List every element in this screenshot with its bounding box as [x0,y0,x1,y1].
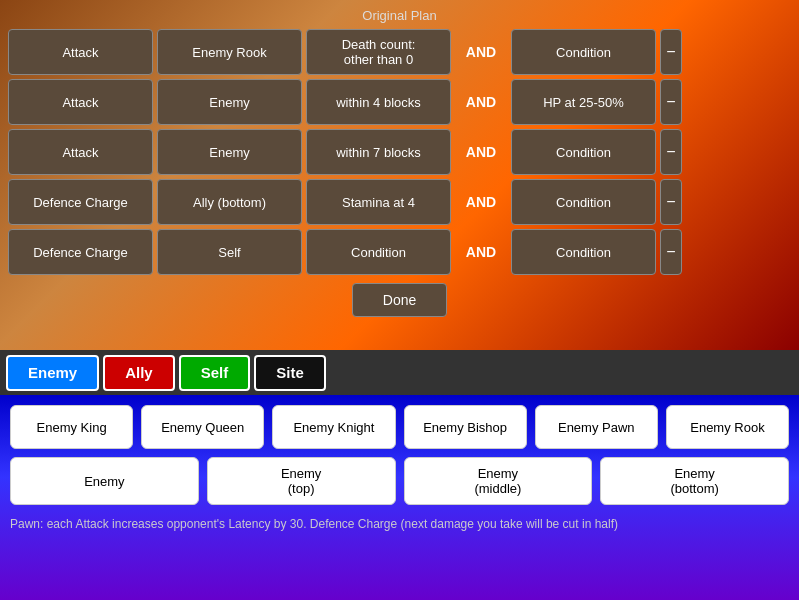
conjunction-cell-4: AND [455,229,507,275]
done-button[interactable]: Done [352,283,447,317]
action-cell-3[interactable]: Defence Charge [8,179,153,225]
conjunction-cell-0: AND [455,29,507,75]
top-section: Original Plan Attack Enemy Rook Death co… [0,0,799,350]
minus-button-1[interactable]: − [660,79,682,125]
enemy-middle-button[interactable]: Enemy(middle) [404,457,593,505]
tab-self[interactable]: Self [179,355,251,391]
enemy-button[interactable]: Enemy [10,457,199,505]
target-cell-4[interactable]: Self [157,229,302,275]
tab-section: Enemy Ally Self Site [0,350,799,395]
grid-row: Attack Enemy Rook Death count:other than… [8,29,791,75]
grid-row: Defence Charge Self Condition AND Condit… [8,229,791,275]
enemy-rook-button[interactable]: Enemy Rook [666,405,789,449]
conjunction-cell-2: AND [455,129,507,175]
condition2-cell-0[interactable]: Condition [511,29,656,75]
grid-row: Defence Charge Ally (bottom) Stamina at … [8,179,791,225]
enemy-queen-button[interactable]: Enemy Queen [141,405,264,449]
enemy-king-button[interactable]: Enemy King [10,405,133,449]
enemy-knight-button[interactable]: Enemy Knight [272,405,395,449]
condition-cell-4[interactable]: Condition [306,229,451,275]
grid-container: Attack Enemy Rook Death count:other than… [8,29,791,275]
action-cell-1[interactable]: Attack [8,79,153,125]
condition-cell-2[interactable]: within 7 blocks [306,129,451,175]
bottom-row-1: Enemy King Enemy Queen Enemy Knight Enem… [10,405,789,449]
condition-cell-0[interactable]: Death count:other than 0 [306,29,451,75]
conjunction-cell-1: AND [455,79,507,125]
tab-ally[interactable]: Ally [103,355,175,391]
grid-row: Attack Enemy within 7 blocks AND Conditi… [8,129,791,175]
bottom-row-2: Enemy Enemy(top) Enemy(middle) Enemy(bot… [10,457,789,505]
condition2-cell-3[interactable]: Condition [511,179,656,225]
enemy-bottom-button[interactable]: Enemy(bottom) [600,457,789,505]
tab-site[interactable]: Site [254,355,326,391]
enemy-pawn-button[interactable]: Enemy Pawn [535,405,658,449]
condition2-cell-1[interactable]: HP at 25-50% [511,79,656,125]
plan-title: Original Plan [8,8,791,23]
minus-button-0[interactable]: − [660,29,682,75]
action-cell-2[interactable]: Attack [8,129,153,175]
enemy-bishop-button[interactable]: Enemy Bishop [404,405,527,449]
condition2-cell-2[interactable]: Condition [511,129,656,175]
minus-button-2[interactable]: − [660,129,682,175]
tab-enemy[interactable]: Enemy [6,355,99,391]
condition-cell-3[interactable]: Stamina at 4 [306,179,451,225]
enemy-top-button[interactable]: Enemy(top) [207,457,396,505]
condition2-cell-4[interactable]: Condition [511,229,656,275]
target-cell-0[interactable]: Enemy Rook [157,29,302,75]
target-cell-3[interactable]: Ally (bottom) [157,179,302,225]
target-cell-2[interactable]: Enemy [157,129,302,175]
condition-cell-1[interactable]: within 4 blocks [306,79,451,125]
minus-button-3[interactable]: − [660,179,682,225]
minus-button-4[interactable]: − [660,229,682,275]
bottom-section: Enemy King Enemy Queen Enemy Knight Enem… [0,395,799,600]
status-bar: Pawn: each Attack increases opponent's L… [10,513,789,531]
action-cell-4[interactable]: Defence Charge [8,229,153,275]
action-cell-0[interactable]: Attack [8,29,153,75]
target-cell-1[interactable]: Enemy [157,79,302,125]
conjunction-cell-3: AND [455,179,507,225]
grid-row: Attack Enemy within 4 blocks AND HP at 2… [8,79,791,125]
